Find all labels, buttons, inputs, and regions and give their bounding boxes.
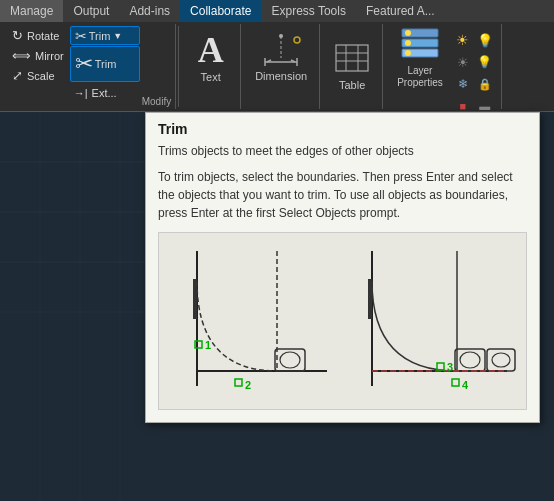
table-label: Table [339,79,365,91]
dimension-label: Dimension [255,70,307,82]
color-icon: ■ [459,100,466,112]
text-button[interactable]: A Text [189,26,233,86]
diagram-right-svg: 3 4 [347,241,517,396]
svg-text:4: 4 [462,379,469,391]
layer-icon-grid: ☀ 💡 ☀ 💡 [453,30,495,72]
freeze-icon-button[interactable]: ❄ [453,74,473,94]
bulb2-icon-button[interactable]: 💡 [475,52,495,72]
ribbon-group-modify: ↻ Rotate ⟺ Mirror ⤢ Scale ✂ Trim ▼ ✂ Tri… [4,24,176,109]
trim-button[interactable]: ✂ Trim ▼ [70,26,140,45]
mirror-icon: ⟺ [12,48,31,63]
trim-icon-button[interactable]: ✂ Trim [70,46,140,82]
menu-manage[interactable]: Manage [0,0,63,22]
bulb2-icon: 💡 [477,55,492,69]
scale-button[interactable]: ⤢ Scale [8,66,68,85]
svg-point-4 [279,34,283,38]
table-button[interactable]: Table [328,37,376,97]
lightbulb-icon: 💡 [477,33,493,48]
trim-label-2: Trim [95,58,117,70]
diagram-right: 3 4 [347,241,519,401]
modify-group-label: Modify [142,94,171,107]
svg-text:3: 3 [447,361,453,373]
rotate-button[interactable]: ↻ Rotate [8,26,68,45]
tooltip-title: Trim [158,121,527,137]
rotate-icon: ↻ [12,28,23,43]
svg-point-16 [405,30,411,36]
lock-icon: 🔒 [478,78,492,91]
tooltip-popup: Trim Trims objects to meet the edges of … [145,112,540,423]
canvas-svg [0,112,160,501]
mirror-label: Mirror [35,50,64,62]
sun2-icon: ☀ [457,55,469,70]
sun2-icon-button[interactable]: ☀ [453,52,473,72]
svg-rect-41 [368,279,372,319]
layer-icon-grid2: ❄ 🔒 ■ ▬ [453,74,495,116]
menu-expresstools[interactable]: Express Tools [261,0,355,22]
scissors-icon: ✂ [75,28,87,44]
trim-ext-group: ✂ Trim ▼ ✂ Trim →| Ext... [70,26,140,102]
ribbon-divider-1 [178,26,179,107]
diagram-left-svg: 1 2 [167,241,337,396]
ext-icon: →| [74,87,88,99]
table-icon [334,43,370,79]
trim-scissors-large-icon: ✂ [75,51,93,77]
layer-properties-icon [398,23,442,65]
sun-icon: ☀ [456,32,469,48]
svg-point-17 [405,40,411,46]
svg-rect-8 [336,45,368,71]
svg-point-18 [405,50,411,56]
dimension-button[interactable]: Dimension [249,26,313,86]
menu-addins[interactable]: Add-ins [119,0,180,22]
ext-button[interactable]: →| Ext... [70,83,140,102]
diagram-left: 1 2 [167,241,339,401]
main-layout: Trim Trims objects to meet the edges of … [0,112,554,501]
svg-text:1: 1 [205,339,211,351]
svg-point-7 [294,37,300,43]
layer-properties-label: LayerProperties [397,65,443,89]
svg-rect-27 [167,241,337,396]
ribbon-group-layerprops: LayerProperties ☀ 💡 ☀ 💡 [385,24,502,109]
ribbon: ↻ Rotate ⟺ Mirror ⤢ Scale ✂ Trim ▼ ✂ Tri… [0,22,554,112]
menu-output[interactable]: Output [63,0,119,22]
ribbon-group-dimension: Dimension [243,24,320,109]
mirror-button[interactable]: ⟺ Mirror [8,46,68,65]
text-icon: A [198,29,224,71]
sun-icon-button[interactable]: ☀ [453,30,473,50]
diagram-area: 1 2 [158,232,527,410]
dimension-icon [261,30,301,70]
canvas-area[interactable] [0,112,160,501]
menu-bar: Manage Output Add-ins Collaborate Expres… [0,0,554,22]
ribbon-group-table: Table [322,24,383,109]
ribbon-group-text: A Text [181,24,241,109]
scale-label: Scale [27,70,55,82]
freeze-icon: ❄ [458,77,468,91]
tooltip-description: Trims objects to meet the edges of other… [158,143,527,160]
layer-props-main: LayerProperties [391,26,449,86]
tooltip-detail: To trim objects, select the boundaries. … [158,168,527,222]
layer-side-buttons: ☀ 💡 ☀ 💡 ❄ 🔒 ■ [453,30,495,116]
rotate-label: Rotate [27,30,59,42]
ext-label: Ext... [92,87,117,99]
lock-icon-button[interactable]: 🔒 [475,74,495,94]
trim-dropdown-arrow[interactable]: ▼ [113,31,122,41]
linetype-icon: ▬ [479,100,490,112]
text-label: Text [201,71,221,83]
scale-icon: ⤢ [12,68,23,83]
menu-collaborate[interactable]: Collaborate [180,0,261,22]
svg-text:2: 2 [245,379,251,391]
menu-featured[interactable]: Featured A... [356,0,445,22]
lightbulb-icon-button[interactable]: 💡 [475,30,495,50]
layer-properties-button[interactable]: LayerProperties [391,26,449,86]
svg-rect-30 [193,279,197,319]
trim-dropdown-label: Trim [89,30,111,42]
modify-small-buttons: ↻ Rotate ⟺ Mirror ⤢ Scale [8,26,68,85]
